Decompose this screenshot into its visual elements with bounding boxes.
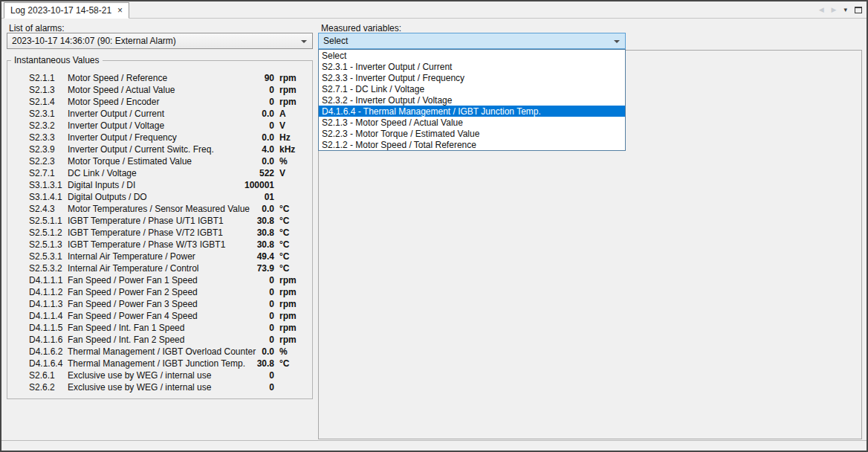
param-name: Thermal Management / IGBT Overload Count…: [68, 346, 230, 357]
tab-title: Log 2023-10-17 14-58-21: [10, 5, 111, 16]
value-row: S2.3.2Inverter Output / Voltage0V: [7, 120, 313, 132]
value-row: S2.5.1.1IGBT Temperature / Phase U/T1 IG…: [7, 215, 313, 227]
dropdown-option[interactable]: S2.3.2 - Inverter Output / Voltage: [319, 94, 625, 106]
param-name: Inverter Output / Frequency: [68, 132, 230, 143]
param-code: S2.2.3: [29, 156, 68, 167]
param-name: IGBT Temperature / Phase U/T1 IGBT1: [68, 216, 230, 226]
measured-variables-select[interactable]: Select: [318, 33, 626, 49]
dropdown-option[interactable]: S2.2.3 - Motor Torque / Estimated Value: [319, 128, 625, 139]
param-name: DC Link / Voltage: [68, 168, 230, 178]
param-unit: rpm: [274, 85, 313, 95]
param-name: Motor Temperatures / Sensor Measured Val…: [68, 204, 230, 214]
param-name: Inverter Output / Current: [68, 109, 230, 119]
param-value: 0.0: [230, 204, 274, 214]
param-name: Exclusive use by WEG / internal use: [68, 370, 230, 381]
value-row: D4.1.1.2Fan Speed / Power Fan 2 Speed0rp…: [7, 286, 313, 298]
param-unit: rpm: [274, 97, 313, 107]
param-value: 0.0: [230, 346, 274, 357]
param-name: Digital Outputs / DO: [68, 192, 230, 202]
nav-forward-icon[interactable]: ▶: [832, 6, 837, 13]
value-row: S2.4.3Motor Temperatures / Sensor Measur…: [7, 203, 313, 215]
value-row: S2.6.2Exclusive use by WEG / internal us…: [7, 381, 313, 393]
value-row: S2.5.1.2IGBT Temperature / Phase V/T2 IG…: [7, 227, 313, 239]
param-unit: rpm: [274, 323, 313, 333]
param-value: 0: [230, 323, 274, 333]
param-value: 90: [230, 73, 274, 83]
value-row: S3.1.4.1Digital Outputs / DO01: [7, 191, 313, 203]
param-name: Motor Speed / Encoder: [68, 97, 230, 107]
param-name: Fan Speed / Power Fan 2 Speed: [68, 287, 230, 297]
param-name: Exclusive use by WEG / internal use: [68, 382, 230, 393]
nav-back-icon[interactable]: ◀: [819, 6, 824, 13]
param-value: 522: [230, 168, 274, 178]
measured-variables-select-value: Select: [323, 36, 348, 46]
param-value: 0: [230, 287, 274, 297]
param-code: D4.1.1.2: [29, 287, 68, 297]
param-code: S3.1.3.1: [29, 180, 68, 190]
status-bar: [1, 440, 867, 451]
value-row: D4.1.6.4Thermal Management / IGBT Juncti…: [7, 358, 313, 369]
window-list-icon[interactable]: ▾: [843, 6, 847, 13]
param-code: S2.5.3.2: [29, 263, 68, 274]
value-row: S2.2.3Motor Torque / Estimated Value0.0%: [7, 155, 313, 167]
param-unit: %: [274, 156, 313, 167]
value-row: S2.3.9Inverter Output / Current Switc. F…: [7, 143, 313, 155]
param-unit: rpm: [274, 275, 313, 285]
param-code: S2.3.9: [29, 144, 68, 155]
param-unit: °C: [274, 358, 313, 369]
param-code: S2.7.1: [29, 168, 68, 178]
dropdown-option[interactable]: S2.7.1 - DC Link / Voltage: [319, 83, 625, 94]
value-row: S2.6.1Exclusive use by WEG / internal us…: [7, 369, 313, 381]
param-name: Fan Speed / Power Fan 3 Speed: [68, 299, 230, 309]
value-row: S2.1.3Motor Speed / Actual Value0rpm: [7, 84, 313, 96]
value-row: D4.1.6.2Thermal Management / IGBT Overlo…: [7, 346, 313, 358]
dropdown-option[interactable]: S2.1.2 - Motor Speed / Total Reference: [319, 139, 625, 150]
param-unit: rpm: [274, 335, 313, 345]
param-name: Motor Speed / Reference: [68, 73, 230, 83]
param-code: S2.5.3.1: [29, 251, 68, 262]
param-name: Motor Torque / Estimated Value: [68, 156, 230, 167]
value-row: S2.7.1DC Link / Voltage522V: [7, 167, 313, 179]
param-code: S2.5.1.2: [29, 227, 68, 238]
tab-close-icon[interactable]: ×: [117, 6, 123, 15]
param-code: S2.1.3: [29, 85, 68, 95]
dropdown-option[interactable]: D4.1.6.4 - Thermal Management / IGBT Jun…: [319, 106, 625, 117]
dropdown-option[interactable]: S2.1.3 - Motor Speed / Actual Value: [319, 117, 625, 128]
param-value: 01: [230, 192, 274, 202]
param-unit: Hz: [274, 132, 313, 143]
dropdown-option[interactable]: Select: [319, 50, 625, 61]
instantaneous-values-title: Instantaneous Values: [11, 55, 103, 65]
tab-log[interactable]: Log 2023-10-17 14-58-21 ×: [4, 2, 129, 19]
document-tabbar: Log 2023-10-17 14-58-21 × ◀ ▶ ▾: [1, 1, 867, 19]
param-name: Motor Speed / Actual Value: [68, 85, 230, 95]
param-code: S2.6.2: [29, 382, 68, 393]
param-code: D4.1.1.3: [29, 299, 68, 309]
value-row: S2.1.1Motor Speed / Reference90rpm: [7, 72, 313, 84]
param-value: 0.0: [230, 109, 274, 119]
value-row: S2.5.1.3IGBT Temperature / Phase W/T3 IG…: [7, 239, 313, 251]
param-code: S2.5.1.1: [29, 216, 68, 226]
param-unit: °C: [274, 227, 313, 238]
param-unit: kHz: [274, 144, 313, 155]
param-unit: rpm: [274, 311, 313, 321]
value-row: D4.1.1.6Fan Speed / Int. Fan 2 Speed0rpm: [7, 334, 313, 346]
param-value: 49.4: [230, 251, 274, 262]
param-unit: A: [274, 109, 313, 119]
param-name: IGBT Temperature / Phase V/T2 IGBT1: [68, 227, 230, 238]
param-code: D4.1.6.2: [29, 346, 68, 357]
value-row: S2.1.4Motor Speed / Encoder0rpm: [7, 96, 313, 108]
value-row: S2.3.3Inverter Output / Frequency0.0Hz: [7, 132, 313, 143]
param-value: 0: [230, 120, 274, 131]
dropdown-option[interactable]: S2.3.3 - Inverter Output / Frequency: [319, 72, 625, 83]
param-value: 0: [230, 335, 274, 345]
alarm-select[interactable]: 2023-10-17 14:36:07 (90: External Alarm): [7, 33, 313, 49]
param-unit: %: [274, 346, 313, 357]
dropdown-option[interactable]: S2.3.1 - Inverter Output / Current: [319, 61, 625, 72]
param-value: 0: [230, 370, 274, 381]
param-unit: °C: [274, 204, 313, 214]
param-name: Internal Air Temperature / Power: [68, 251, 230, 262]
param-value: 0: [230, 299, 274, 309]
param-name: Thermal Management / IGBT Junction Temp.: [68, 358, 230, 369]
maximize-icon[interactable]: [855, 7, 862, 13]
param-value: 0.0: [230, 132, 274, 143]
